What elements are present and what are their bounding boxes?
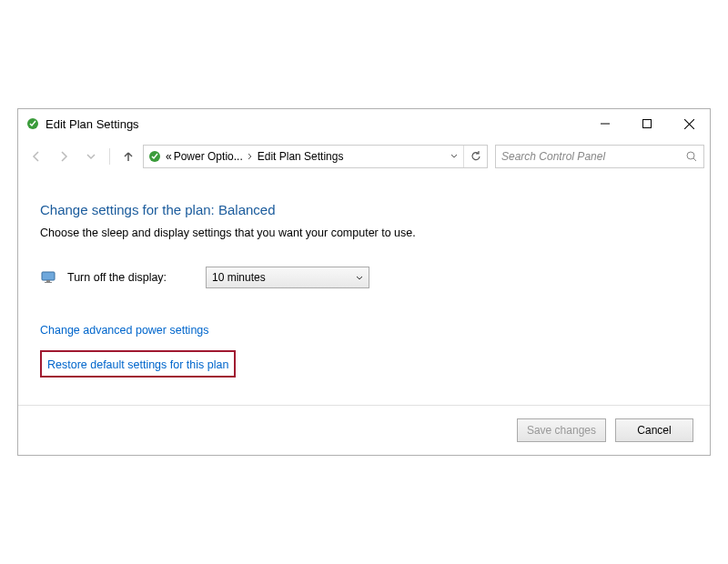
search-icon — [685, 150, 698, 163]
restore-defaults-link[interactable]: Restore default settings for this plan — [47, 358, 228, 371]
svg-rect-9 — [46, 280, 50, 282]
power-options-icon — [147, 149, 162, 164]
svg-rect-10 — [45, 282, 52, 283]
breadcrumb-item[interactable]: Power Optio... — [174, 150, 243, 163]
navigation-bar: « Power Optio... Edit Plan Settings — [18, 138, 710, 175]
close-button[interactable] — [668, 109, 710, 138]
breadcrumb-prefix: « — [166, 150, 172, 163]
window-title: Edit Plan Settings — [46, 117, 584, 131]
chevron-right-icon — [245, 152, 256, 162]
up-button[interactable] — [116, 144, 141, 169]
back-button[interactable] — [24, 144, 49, 169]
title-bar: Edit Plan Settings — [18, 109, 710, 138]
search-box[interactable] — [495, 145, 704, 168]
refresh-button[interactable] — [463, 146, 487, 167]
display-timeout-label: Turn off the display: — [67, 271, 195, 284]
svg-point-6 — [687, 152, 694, 159]
content-area: Change settings for the plan: Balanced C… — [18, 175, 710, 406]
breadcrumb-item[interactable]: Edit Plan Settings — [258, 150, 344, 163]
chevron-down-icon — [356, 271, 363, 284]
address-dropdown[interactable] — [445, 146, 463, 167]
search-input[interactable] — [501, 150, 685, 163]
window: Edit Plan Settings — [17, 108, 711, 456]
display-icon — [40, 269, 56, 286]
maximize-button[interactable] — [626, 109, 668, 138]
page-heading: Change settings for the plan: Balanced — [40, 202, 688, 217]
display-timeout-row: Turn off the display: 10 minutes — [40, 267, 688, 288]
cancel-button[interactable]: Cancel — [615, 418, 693, 442]
address-bar[interactable]: « Power Optio... Edit Plan Settings — [143, 145, 488, 168]
svg-line-7 — [693, 158, 696, 161]
advanced-settings-link[interactable]: Change advanced power settings — [40, 324, 209, 337]
window-controls — [584, 109, 710, 138]
separator — [109, 148, 110, 165]
power-options-icon — [25, 116, 40, 131]
dropdown-value: 10 minutes — [212, 271, 266, 284]
page-subtext: Choose the sleep and display settings th… — [40, 227, 688, 239]
breadcrumb: « Power Optio... Edit Plan Settings — [166, 150, 445, 163]
svg-rect-8 — [42, 272, 55, 280]
forward-button[interactable] — [51, 144, 76, 169]
display-timeout-dropdown[interactable]: 10 minutes — [206, 267, 369, 288]
minimize-button[interactable] — [584, 109, 626, 138]
footer: Save changes Cancel — [18, 406, 710, 455]
save-button[interactable]: Save changes — [517, 418, 606, 442]
restore-defaults-highlight: Restore default settings for this plan — [40, 350, 236, 378]
recent-dropdown[interactable] — [78, 144, 104, 169]
svg-rect-2 — [643, 120, 652, 128]
